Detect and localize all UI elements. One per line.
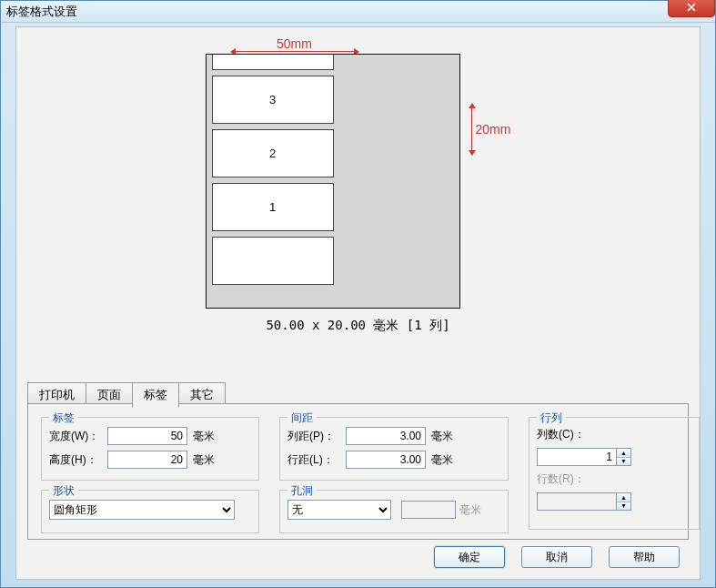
tab-label[interactable]: 标签 <box>132 382 179 408</box>
colgap-input[interactable] <box>346 427 426 445</box>
window-title: 标签格式设置 <box>6 4 77 20</box>
colgap-label: 列距(P)： <box>287 429 346 444</box>
preview-label <box>212 54 334 70</box>
hole-select[interactable]: 无 <box>287 500 391 520</box>
group-rowcol: 行列 列数(C)： ▲ ▼ 行数(R)： <box>529 417 700 530</box>
dialog-window: 标签格式设置 50mm 3 2 1 <box>0 0 716 588</box>
cols-up-icon[interactable]: ▲ <box>617 449 630 458</box>
height-label: 高度(H)： <box>49 452 107 468</box>
rows-down-icon: ▼ <box>617 502 630 511</box>
height-input[interactable] <box>107 451 187 469</box>
rowgap-unit: 毫米 <box>431 452 453 468</box>
rows-up-icon: ▲ <box>617 493 630 502</box>
cols-spinner[interactable]: ▲ ▼ <box>537 448 631 466</box>
group-spacing-title: 间距 <box>287 411 317 426</box>
rows-spinner: ▲ ▼ <box>537 492 631 511</box>
preview-label <box>212 237 334 285</box>
preview-label: 1 <box>212 183 334 231</box>
group-label: 标签 宽度(W)： 毫米 高度(H)： 毫米 <box>41 417 259 481</box>
preview-label: 2 <box>212 129 334 177</box>
height-unit: 毫米 <box>193 452 215 468</box>
rowgap-label: 行距(L)： <box>287 452 346 468</box>
group-label-title: 标签 <box>49 411 78 426</box>
dim-width-text: 50mm <box>277 36 312 51</box>
width-unit: 毫米 <box>193 429 215 444</box>
cols-label: 列数(C)： <box>537 427 591 442</box>
group-hole: 孔洞 无 毫米 <box>279 490 509 533</box>
ok-button[interactable]: 确定 <box>434 546 505 568</box>
cancel-button[interactable]: 取消 <box>521 546 592 568</box>
dim-height-text: 20mm <box>476 122 511 137</box>
preview-label: 3 <box>212 76 334 124</box>
rows-label: 行数(R)： <box>537 471 591 487</box>
colgap-unit: 毫米 <box>431 429 453 444</box>
group-shape-title: 形状 <box>49 483 78 499</box>
page-preview: 3 2 1 <box>206 54 460 309</box>
preview-area: 50mm 3 2 1 20mm 50.00 x <box>16 36 700 373</box>
close-icon <box>687 3 696 12</box>
cols-input[interactable] <box>537 448 617 466</box>
titlebar: 标签格式设置 <box>1 1 715 23</box>
group-rowcol-title: 行列 <box>537 411 566 426</box>
shape-select[interactable]: 圆角矩形 <box>49 500 235 520</box>
rowgap-input[interactable] <box>346 451 426 469</box>
width-label: 宽度(W)： <box>49 429 107 444</box>
tabpanel-label: 标签 宽度(W)： 毫米 高度(H)： 毫米 间距 列距(P)： 毫米 <box>27 403 689 540</box>
rows-input <box>537 492 617 511</box>
preview-caption: 50.00 x 20.00 毫米 [1 列] <box>266 318 449 334</box>
help-button[interactable]: 帮助 <box>609 546 680 568</box>
group-spacing: 间距 列距(P)： 毫米 行距(L)： 毫米 <box>279 417 509 481</box>
group-shape: 形状 圆角矩形 <box>41 490 259 533</box>
hole-unit: 毫米 <box>459 503 481 516</box>
dim-height: 20mm <box>471 104 511 155</box>
client-area: 50mm 3 2 1 20mm 50.00 x <box>15 26 701 580</box>
cols-down-icon[interactable]: ▼ <box>617 458 630 466</box>
hole-size-input <box>401 501 456 519</box>
group-hole-title: 孔洞 <box>287 483 317 499</box>
close-button[interactable] <box>668 0 715 17</box>
width-input[interactable] <box>107 427 187 445</box>
dim-width: 50mm <box>231 36 358 52</box>
page-wrap: 3 2 1 20mm <box>206 54 511 309</box>
dialog-buttons: 确定 取消 帮助 <box>434 546 680 568</box>
